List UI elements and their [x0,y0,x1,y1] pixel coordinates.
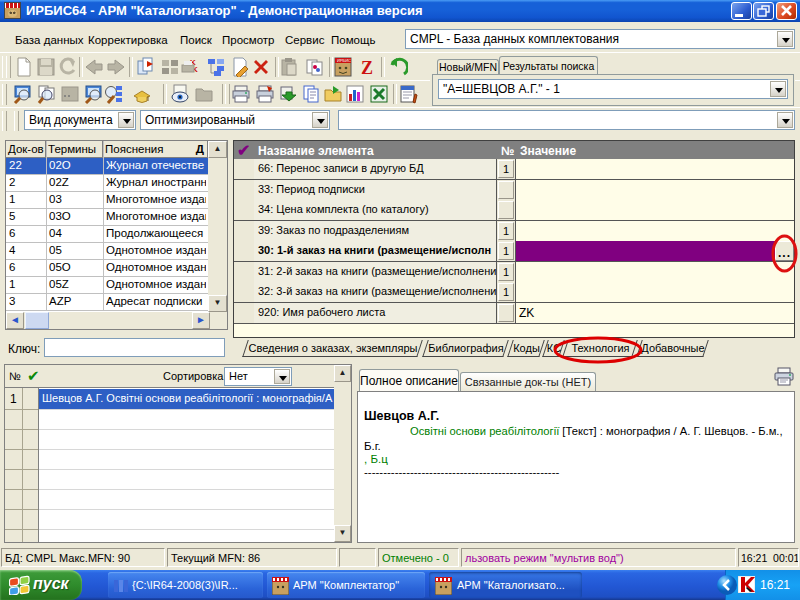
svg-text:ИРБИС: ИРБИС [337,58,351,63]
svg-text:Z: Z [361,58,373,77]
